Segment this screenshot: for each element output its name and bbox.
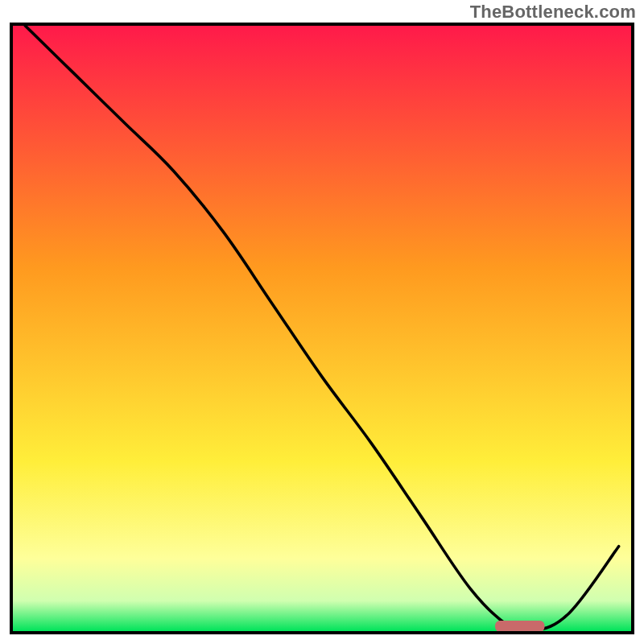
chart-frame — [10, 23, 634, 634]
chart-svg — [13, 26, 631, 631]
gradient-background — [13, 26, 631, 631]
optimal-marker — [495, 621, 544, 631]
chart-container: TheBottleneck.com — [0, 0, 644, 644]
watermark-text: TheBottleneck.com — [470, 2, 636, 23]
